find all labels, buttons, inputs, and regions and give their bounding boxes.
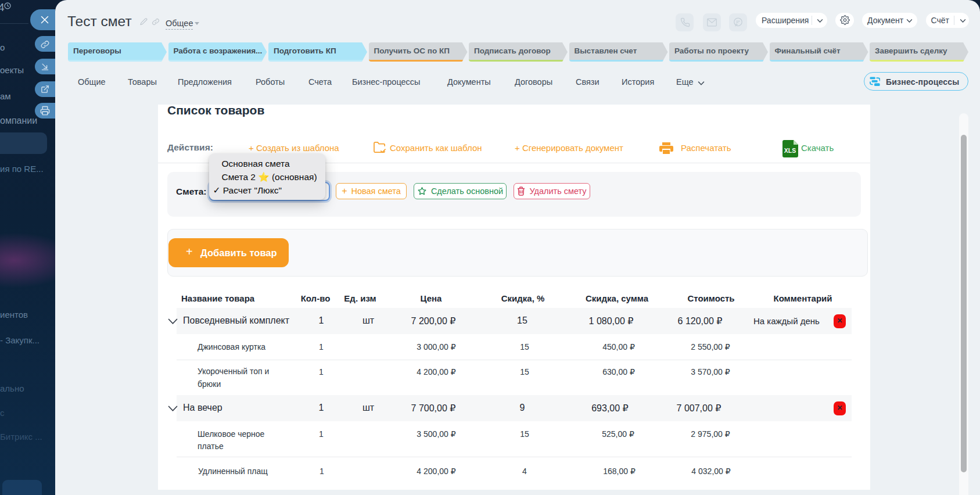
svg-text:XLS: XLS xyxy=(784,147,796,154)
